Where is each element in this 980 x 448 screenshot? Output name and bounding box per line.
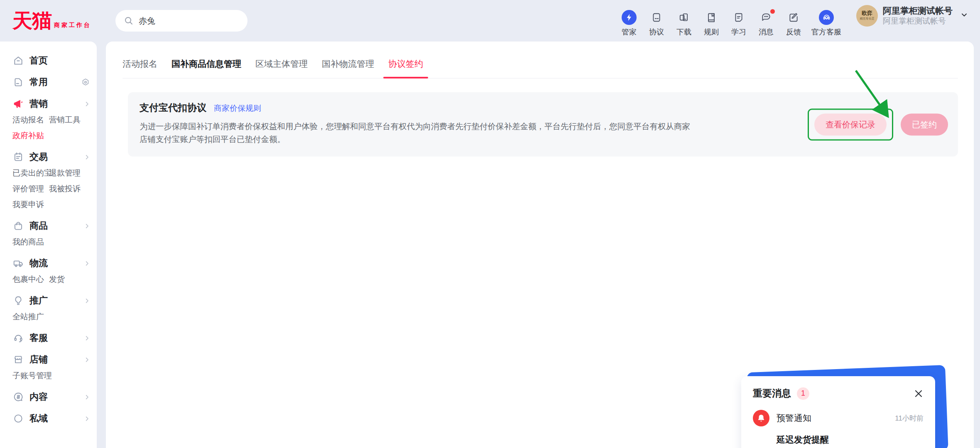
alert-bell-icon xyxy=(753,410,769,426)
sidebar-item-label: 营销 xyxy=(29,98,48,110)
chevron-right-icon xyxy=(84,101,90,107)
messages-icon xyxy=(759,10,774,25)
sidebar-item-content[interactable]: 内容 xyxy=(0,389,97,405)
topbar-item-feedback[interactable]: 反馈 xyxy=(780,5,807,37)
sidebar-link[interactable]: 活动报名 xyxy=(12,112,49,128)
topbar-item-label: 官方客服 xyxy=(811,27,841,37)
sidebar-item-label: 常用 xyxy=(29,76,48,88)
global-search[interactable] xyxy=(115,10,247,32)
account-subname: 阿里掌柜测试帐号 xyxy=(883,16,953,27)
sidebar-item-label: 内容 xyxy=(29,391,48,403)
chevron-down-icon xyxy=(960,11,968,21)
avatar: 欧弈 精元专卖店 xyxy=(856,5,878,27)
sidebar-link[interactable]: 包裹中心 xyxy=(12,272,49,287)
tab-label: 区域主体管理 xyxy=(255,59,308,69)
account-name: 阿里掌柜测试帐号 xyxy=(883,5,953,16)
important-message-card: 重要消息 1 预警通知 11小时前 延迟发货提醒 您当前共1笔订单面临延迟发货，… xyxy=(741,376,935,448)
sidebar-item-trade[interactable]: 交易 xyxy=(0,149,97,165)
tab-label: 活动报名 xyxy=(122,59,157,69)
active-tab-underline xyxy=(383,77,428,78)
sidebar-link[interactable]: 我被投诉 xyxy=(49,181,97,197)
topbar-item-assistant[interactable]: 管家 xyxy=(615,5,643,37)
unread-dot xyxy=(770,9,775,14)
account-menu[interactable]: 欧弈 精元专卖店 阿里掌柜测试帐号 阿里掌柜测试帐号 xyxy=(856,5,968,27)
notification-item[interactable]: 预警通知 11小时前 xyxy=(753,410,924,426)
signed-button[interactable]: 已签约 xyxy=(901,113,948,135)
sidebar-item-label: 商品 xyxy=(29,220,48,232)
sidebar-item-service[interactable]: 客服 xyxy=(0,330,97,346)
view-price-records-button[interactable]: 查看价保记录 xyxy=(814,113,887,135)
green-annotation-box: 查看价保记录 xyxy=(808,108,893,140)
topbar-item-label: 消息 xyxy=(759,27,774,37)
sidebar-link[interactable]: 我要申诉 xyxy=(12,197,49,213)
sidebar-section-shop: 店铺子账号管理 xyxy=(0,351,97,384)
topbar-right: 管家协议下载规则学习消息反馈官方客服 欧弈 精元专卖店 阿里掌柜测试帐号 阿里掌… xyxy=(615,5,968,37)
tab-gobu-product-info[interactable]: 国补商品信息管理 xyxy=(172,58,241,78)
sidebar-link[interactable]: 评价管理 xyxy=(12,181,49,197)
alipay-agreement-panel: 支付宝代扣协议 商家价保规则 为进一步保障国补订单消费者价保权益和用户体验，您理… xyxy=(128,92,958,157)
search-input[interactable] xyxy=(139,16,230,26)
assistant-icon xyxy=(622,10,637,25)
sidebar-link[interactable]: 政府补贴 xyxy=(12,128,49,144)
sidebar-item-logistics[interactable]: 物流 xyxy=(0,255,97,272)
learn-icon xyxy=(731,10,746,25)
sidebar-section-marketing: 营销活动报名营销工具政府补贴 xyxy=(0,95,97,144)
sidebar-link[interactable]: 已卖出的宝 xyxy=(12,165,49,181)
sidebar-section-logistics: 物流包裹中心发货 xyxy=(0,255,97,287)
topbar-item-official-service[interactable]: 官方客服 xyxy=(807,5,845,37)
chevron-right-icon xyxy=(84,260,90,267)
topbar-item-agreement[interactable]: 协议 xyxy=(643,5,670,37)
sidebar: 首页常用营销活动报名营销工具政府补贴交易已卖出的宝退款管理评价管理我被投诉我要申… xyxy=(0,42,97,448)
tab-region-entity[interactable]: 区域主体管理 xyxy=(255,58,308,78)
search-icon xyxy=(124,16,134,26)
topbar-item-messages[interactable]: 消息 xyxy=(752,5,780,37)
notification-title: 重要消息 xyxy=(753,387,791,400)
sidebar-link[interactable]: 营销工具 xyxy=(49,112,97,128)
content-icon xyxy=(13,392,24,402)
sidebar-link[interactable]: 发货 xyxy=(49,272,97,287)
sidebar-item-promotion[interactable]: 推广 xyxy=(0,292,97,309)
trade-icon xyxy=(13,152,24,162)
merchant-price-rule-link[interactable]: 商家价保规则 xyxy=(214,103,261,114)
tab-gobu-logistics[interactable]: 国补物流管理 xyxy=(322,58,374,78)
sidebar-item-frequent[interactable]: 常用 xyxy=(0,74,97,91)
tab-activity-signup[interactable]: 活动报名 xyxy=(122,58,157,78)
chevron-right-icon xyxy=(84,394,90,400)
sidebar-link[interactable]: 全站推广 xyxy=(12,309,49,325)
gear-icon[interactable] xyxy=(81,78,90,87)
sidebar-link[interactable]: 子账号管理 xyxy=(12,368,49,384)
topbar-quick-icons: 管家协议下载规则学习消息反馈官方客服 xyxy=(615,5,845,37)
agreement-icon xyxy=(649,10,664,25)
sidebar-item-private-domain[interactable]: 私域 xyxy=(0,410,97,427)
home-icon xyxy=(13,55,24,66)
sidebar-section-private-domain: 私域 xyxy=(0,410,97,427)
alert-title: 预警通知 xyxy=(777,412,811,424)
topbar-item-learn[interactable]: 学习 xyxy=(725,5,752,37)
sidebar-item-label: 私域 xyxy=(29,412,48,425)
tmall-logo[interactable]: 天猫 商家工作台 xyxy=(12,11,91,31)
chevron-right-icon xyxy=(84,416,90,422)
topbar: 天猫 商家工作台 管家协议下载规则学习消息反馈官方客服 欧弈 精元专卖店 阿里掌… xyxy=(0,0,980,42)
download-icon xyxy=(676,10,691,25)
panel-description: 为进一步保障国补订单消费者价保权益和用户体验，您理解和同意平台有权代为向消费者先… xyxy=(140,120,698,146)
tab-agreement-sign[interactable]: 协议签约 xyxy=(388,58,423,78)
topbar-item-label: 协议 xyxy=(649,27,664,37)
sidebar-item-label: 店铺 xyxy=(29,353,48,366)
sidebar-section-home: 首页 xyxy=(0,52,97,69)
shop-icon xyxy=(13,354,24,365)
topbar-item-download[interactable]: 下载 xyxy=(670,5,698,37)
sidebar-item-marketing[interactable]: 营销 xyxy=(0,95,97,112)
sidebar-link[interactable]: 我的商品 xyxy=(12,234,49,250)
logo-suffix: 商家工作台 xyxy=(54,22,91,29)
topbar-item-label: 管家 xyxy=(622,27,637,37)
sidebar-link[interactable]: 退款管理 xyxy=(49,165,97,181)
alert-time: 11小时前 xyxy=(895,414,924,423)
topbar-item-rules[interactable]: 规则 xyxy=(698,5,725,37)
service-icon xyxy=(13,333,24,343)
sidebar-item-goods[interactable]: 商品 xyxy=(0,218,97,234)
close-icon[interactable] xyxy=(914,389,924,399)
marketing-icon xyxy=(13,98,24,109)
sidebar-item-home[interactable]: 首页 xyxy=(0,52,97,69)
sidebar-item-shop[interactable]: 店铺 xyxy=(0,351,97,368)
private-domain-icon xyxy=(13,413,24,424)
